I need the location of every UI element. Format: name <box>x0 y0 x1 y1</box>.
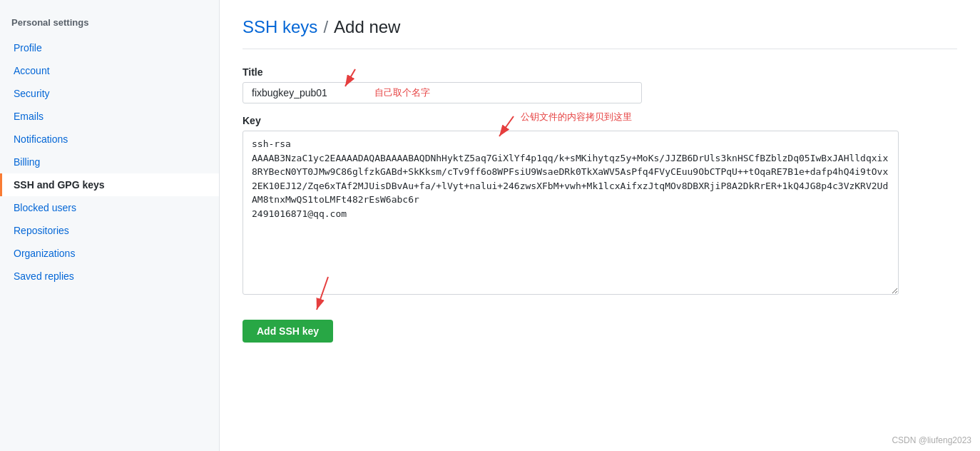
breadcrumb-ssh: SSH keys <box>243 17 317 37</box>
key-form-group: Key 公钥文件的内容拷贝到这里 ssh-rsa AAAAB3NzaC1yc2E… <box>243 115 957 297</box>
sidebar-item-account[interactable]: Account <box>0 59 219 82</box>
sidebar-item-profile[interactable]: Profile <box>0 36 219 59</box>
breadcrumb-addnew: Add new <box>334 17 400 37</box>
sidebar-item-notifications[interactable]: Notifications <box>0 128 219 151</box>
sidebar-item-security[interactable]: Security <box>0 82 219 105</box>
sidebar-item-organizations[interactable]: Organizations <box>0 242 219 265</box>
add-ssh-key-button[interactable]: Add SSH key <box>243 320 333 343</box>
main-content: SSH keys / Add new Title 自己取个名字 Key 公钥文 <box>220 0 980 451</box>
title-input[interactable] <box>243 82 642 103</box>
sidebar: Personal settings Profile Account Securi… <box>0 0 220 451</box>
csdn-watermark: CSDN @liufeng2023 <box>892 435 971 445</box>
sidebar-item-repositories[interactable]: Repositories <box>0 219 219 242</box>
breadcrumb-separator: / <box>323 17 328 37</box>
title-label: Title <box>243 66 957 78</box>
sidebar-item-ssh-gpg-keys[interactable]: SSH and GPG keys <box>0 173 219 196</box>
add-ssh-key-wrapper: Add SSH key <box>243 311 333 343</box>
key-label: Key <box>243 115 957 126</box>
sidebar-title: Personal settings <box>0 11 219 36</box>
key-textarea[interactable]: ssh-rsa AAAAB3NzaC1yc2EAAAADAQABAAAABAQD… <box>243 131 899 295</box>
sidebar-item-emails[interactable]: Emails <box>0 105 219 128</box>
sidebar-item-billing[interactable]: Billing <box>0 151 219 173</box>
sidebar-item-saved-replies[interactable]: Saved replies <box>0 265 219 288</box>
page-header: SSH keys / Add new <box>243 17 957 49</box>
sidebar-item-blocked-users[interactable]: Blocked users <box>0 196 219 219</box>
title-form-group: Title 自己取个名字 <box>243 66 957 103</box>
